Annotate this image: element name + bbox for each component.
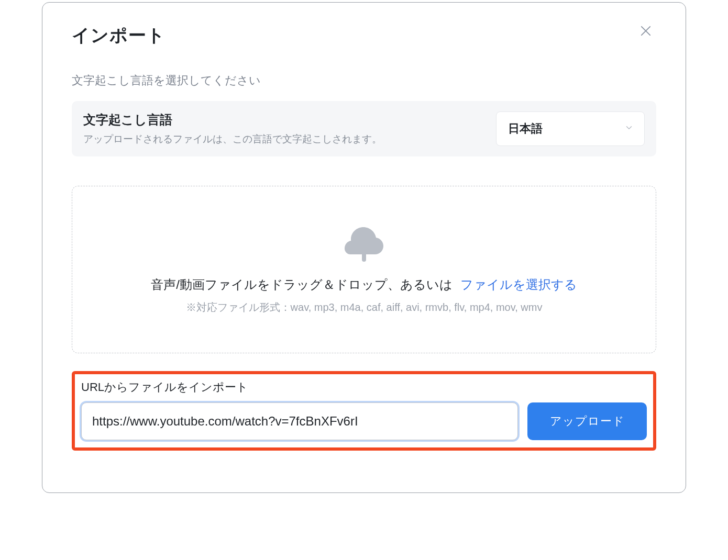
url-import-section: URLからファイルをインポート アップロード	[72, 371, 656, 451]
import-modal: インポート 文字起こし言語を選択してください 文字起こし言語 アップロードされる…	[42, 2, 686, 493]
language-select-value: 日本語	[508, 121, 543, 137]
dropzone-formats: ※対応ファイル形式：wav, mp3, m4a, caf, aiff, avi,…	[186, 300, 543, 315]
modal-title: インポート	[72, 24, 166, 48]
upload-button[interactable]: アップロード	[527, 402, 647, 440]
language-select[interactable]: 日本語	[496, 111, 645, 146]
language-section-subtitle: 文字起こし言語を選択してください	[72, 73, 656, 88]
cloud-upload-icon	[344, 225, 384, 265]
url-input[interactable]	[81, 402, 518, 440]
language-card-title: 文字起こし言語	[83, 111, 382, 128]
url-import-label: URLからファイルをインポート	[81, 379, 647, 395]
modal-header: インポート	[72, 24, 656, 48]
file-select-link[interactable]: ファイルを選択する	[460, 277, 577, 292]
chevron-down-icon	[624, 123, 634, 135]
dropzone-text-prefix: 音声/動画ファイルをドラッグ＆ドロップ、あるいは	[151, 277, 456, 292]
close-button[interactable]	[635, 24, 656, 41]
language-card: 文字起こし言語 アップロードされるファイルは、この言語で文字起こしされます。 日…	[72, 101, 656, 156]
file-dropzone[interactable]: 音声/動画ファイルをドラッグ＆ドロップ、あるいは ファイルを選択する ※対応ファ…	[72, 186, 656, 353]
close-icon	[638, 23, 653, 42]
dropzone-text: 音声/動画ファイルをドラッグ＆ドロップ、あるいは ファイルを選択する	[151, 276, 577, 293]
language-card-text: 文字起こし言語 アップロードされるファイルは、この言語で文字起こしされます。	[83, 111, 382, 146]
language-card-description: アップロードされるファイルは、この言語で文字起こしされます。	[83, 132, 382, 146]
url-import-row: アップロード	[81, 402, 647, 440]
